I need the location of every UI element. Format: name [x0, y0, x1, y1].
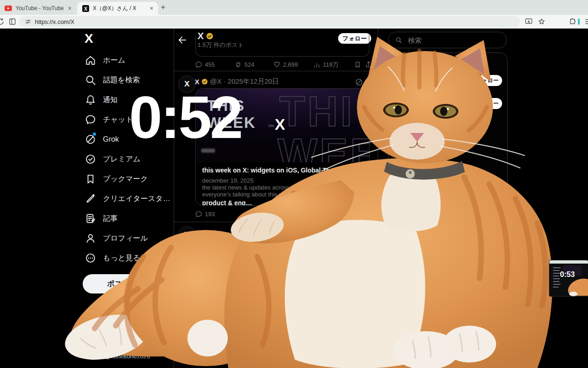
sidebar-item-premium[interactable]: プレミアム: [85, 153, 141, 165]
tab-title: X（@X）さん / X: [93, 5, 136, 12]
follow-button[interactable]: フォロー: [473, 75, 502, 86]
bookmark-icon: [85, 173, 96, 185]
grok-actions-icon[interactable]: [355, 78, 363, 86]
sidebar-item-profile[interactable]: プロフィール: [85, 232, 148, 244]
card-headline: this week on X: widgets on iOS, Global T…: [202, 166, 363, 174]
ghost-text: THI: [279, 92, 354, 131]
tab-youtube[interactable]: YouTube - YouTube ×: [0, 2, 76, 15]
play-icon[interactable]: [200, 355, 210, 365]
video-timer-overlay: 0:52: [129, 87, 241, 147]
creator-tools-icon: [85, 193, 96, 205]
divider: [174, 222, 378, 222]
svg-text:X: X: [84, 6, 87, 11]
search-input[interactable]: [407, 36, 492, 45]
screen: YouTube - YouTube × X X（@X）さん / X × + ht…: [0, 0, 588, 368]
reload-icon[interactable]: [0, 17, 5, 26]
x-logo[interactable]: X: [85, 31, 93, 46]
search-icon: [395, 36, 402, 44]
divider: [174, 29, 174, 368]
follow-button[interactable]: フォロー: [473, 98, 502, 109]
bookmark-star-icon[interactable]: [537, 17, 546, 26]
repost-icon: [234, 61, 242, 69]
site-settings-icon[interactable]: [25, 18, 31, 25]
profile-icon: [85, 232, 96, 244]
sidebar-item-more[interactable]: もっと見る: [85, 252, 141, 264]
sidebar-item-articles[interactable]: 記事: [85, 213, 118, 224]
video-player[interactable]: 0:01 / 0:07: [197, 232, 372, 368]
sidebar-icon[interactable]: [8, 17, 17, 26]
x-page: X ホーム 話題を検索 通知 チャット Grok プレミアム ブック: [0, 29, 588, 368]
chat-icon: [85, 114, 96, 126]
mini-screenshot: [549, 264, 588, 296]
grok-badge-dot: [93, 132, 96, 136]
more-circle-icon: [85, 252, 96, 264]
video-time: 0:01 / 0:07: [292, 356, 320, 363]
scrolled-card-edge: [195, 35, 369, 57]
new-tab-button[interactable]: +: [161, 3, 165, 12]
share-icon[interactable]: [365, 61, 373, 69]
mini-browser-bar: [549, 260, 588, 264]
search-box[interactable]: [388, 32, 507, 48]
reply-icon: [195, 210, 203, 218]
install-icon[interactable]: [525, 17, 533, 26]
browser-toolbar: https://x.com/X: [0, 15, 588, 29]
url-text: https://x.com/X: [35, 18, 74, 25]
card-meta-bold: product & eng…: [202, 199, 363, 206]
bell-icon: [85, 94, 96, 106]
sidebar-item-home[interactable]: ホーム: [85, 54, 125, 66]
reply-stat[interactable]: 455: [195, 61, 215, 69]
video-progress-track[interactable]: [210, 349, 368, 350]
close-icon[interactable]: ×: [68, 5, 72, 12]
reply-icon: [195, 61, 203, 69]
search-icon: [85, 74, 96, 86]
post-button[interactable]: ポストする: [83, 274, 169, 293]
sidebar-item-chat[interactable]: チャット: [85, 114, 133, 126]
premium-badge-icon: [85, 153, 96, 165]
video-preview-thumbnail[interactable]: 0:53: [549, 260, 588, 296]
sidebar-item-grok[interactable]: Grok: [85, 133, 119, 145]
menu-icon[interactable]: [584, 17, 588, 26]
extensions-icon[interactable]: [569, 17, 577, 26]
home-icon: [85, 54, 96, 66]
divider: [378, 29, 378, 368]
pip-icon[interactable]: [348, 356, 356, 364]
account-handle: @konekone2026: [105, 353, 150, 360]
card-meta: everyone’s talking about this we: [202, 191, 363, 198]
profile-accent: [578, 18, 580, 25]
notification-dot: [163, 346, 165, 349]
tab-strip: YouTube - YouTube × X X（@X）さん / X × +: [0, 0, 588, 15]
post-avatar[interactable]: X: [178, 226, 196, 244]
mute-icon[interactable]: [322, 356, 330, 364]
card-on-text: ON: [268, 124, 274, 128]
settings-gear-icon[interactable]: [335, 356, 343, 364]
card-meta: the latest news & updates across X, f: [202, 184, 363, 191]
like-stat[interactable]: 2,699: [273, 61, 298, 69]
who-to-follow-widget: フォロー フォロー: [388, 52, 508, 205]
tab-title: YouTube - YouTube: [16, 5, 64, 12]
views-stat[interactable]: 119万: [313, 61, 339, 69]
back-arrow-icon[interactable]: [177, 35, 187, 45]
sidebar-item-notifications[interactable]: 通知: [85, 94, 118, 106]
ghost-text: WEE: [277, 135, 369, 162]
post-reply-count[interactable]: 193: [195, 210, 215, 218]
video-progress-played[interactable]: [201, 349, 210, 350]
mini-timer: 0:53: [560, 270, 575, 279]
fullscreen-icon[interactable]: [360, 356, 368, 364]
divider: [174, 71, 378, 71]
x-favicon: X: [82, 5, 89, 12]
more-icon[interactable]: [158, 350, 166, 352]
sidebar-item-bookmarks[interactable]: ブックマーク: [85, 173, 148, 185]
address-bar[interactable]: https://x.com/X: [19, 16, 520, 27]
repost-stat[interactable]: 524: [234, 61, 254, 69]
tab-x[interactable]: X X（@X）さん / X ×: [77, 2, 158, 15]
grok-icon: [85, 133, 96, 145]
close-icon[interactable]: ×: [150, 5, 153, 12]
youtube-icon: [5, 5, 12, 12]
views-icon: [313, 61, 321, 69]
like-icon: [273, 61, 281, 69]
card-meta: december 19, 2025: [202, 177, 363, 184]
card-x-logo: X: [275, 115, 285, 133]
bookmark-action-icon[interactable]: [354, 61, 362, 69]
sidebar-item-creator-studio[interactable]: クリエイタースタ…: [85, 193, 170, 205]
verified-badge-icon: [147, 345, 154, 352]
